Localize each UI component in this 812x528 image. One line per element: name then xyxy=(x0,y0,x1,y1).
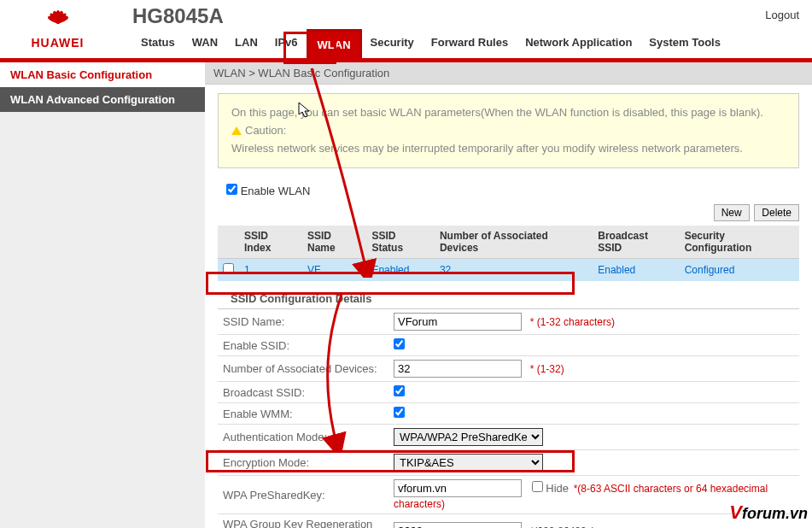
cell-security: Configured xyxy=(680,259,799,282)
encryption-select[interactable]: TKIP&AES xyxy=(394,454,543,472)
nav-item-forward-rules[interactable]: Forward Rules xyxy=(423,29,517,58)
delete-button[interactable]: Delete xyxy=(754,204,799,221)
info-line2: Wireless network services may be interru… xyxy=(231,140,786,158)
th-security: Security Configuration xyxy=(680,226,799,259)
section-title: SSID Configuration Details xyxy=(218,285,799,309)
th-index: SSID Index xyxy=(239,226,302,259)
caution-label: Caution: xyxy=(245,124,286,137)
nav-item-wlan[interactable]: WLAN xyxy=(307,29,362,58)
label-num-devices: Number of Associated Devices: xyxy=(218,356,388,382)
header: HUAWEI HG8045A Logout StatusWANLANIPv6WL… xyxy=(0,0,812,62)
auth-select[interactable]: WPA/WPA2 PreSharedKey xyxy=(394,428,543,446)
nav-item-system-tools[interactable]: System Tools xyxy=(640,29,729,58)
hide-label: Hide xyxy=(546,482,569,495)
sidebar: WLAN Basic Configuration WLAN Advanced C… xyxy=(0,62,205,528)
nav-item-lan[interactable]: LAN xyxy=(226,29,266,58)
info-line1: On this page, you can set basic WLAN par… xyxy=(231,104,786,122)
enable-wlan-label: Enable WLAN xyxy=(241,185,311,197)
table-header-row: SSID Index SSID Name SSID Status Number … xyxy=(218,226,799,259)
huawei-logo: HUAWEI xyxy=(9,3,107,55)
nav-item-status[interactable]: Status xyxy=(132,29,184,58)
nav-item-wan[interactable]: WAN xyxy=(184,29,226,58)
new-button[interactable]: New xyxy=(714,204,750,221)
cell-devices: 32 xyxy=(435,259,593,282)
nav-item-ipv6[interactable]: IPv6 xyxy=(266,29,307,58)
nav-item-security[interactable]: Security xyxy=(362,29,423,58)
sidebar-item-wlan-basic[interactable]: WLAN Basic Configuration xyxy=(0,62,205,87)
cell-name: VF xyxy=(302,259,366,282)
label-ssid-name: SSID Name: xyxy=(218,309,388,335)
th-name: SSID Name xyxy=(302,226,366,259)
main-panel: WLAN > WLAN Basic Configuration On this … xyxy=(205,62,812,528)
model-title: HG8045A xyxy=(132,4,224,28)
sidebar-item-wlan-advanced[interactable]: WLAN Advanced Configuration xyxy=(0,87,205,112)
cell-broadcast: Enabled xyxy=(593,259,679,282)
enable-wlan-checkbox[interactable] xyxy=(226,184,237,195)
label-auth: Authentication Mode: xyxy=(218,425,388,450)
config-form: SSID Name: * (1-32 characters) Enable SS… xyxy=(218,309,799,528)
hide-psk-checkbox[interactable] xyxy=(532,481,543,492)
label-psk: WPA PreSharedKey: xyxy=(218,476,388,514)
wmm-checkbox[interactable] xyxy=(394,407,405,418)
ssid-table: SSID Index SSID Name SSID Status Number … xyxy=(218,226,799,281)
breadcrumb: WLAN > WLAN Basic Configuration xyxy=(205,62,812,85)
enable-wlan-row: Enable WLAN xyxy=(205,177,812,204)
rekey-input[interactable] xyxy=(394,522,522,528)
hint-num-devices: * (1-32) xyxy=(530,363,564,375)
top-nav: StatusWANLANIPv6WLANSecurityForward Rule… xyxy=(132,29,729,58)
num-devices-input[interactable] xyxy=(394,360,522,378)
brand-text: HUAWEI xyxy=(32,36,85,50)
table-row[interactable]: 1 VF Enabled 32 Enabled Configured xyxy=(218,259,799,282)
watermark: VVforum.vnforum.vn xyxy=(729,502,808,524)
cell-index: 1 xyxy=(239,259,302,282)
label-wmm: Enable WMM: xyxy=(218,403,388,425)
logout-link[interactable]: Logout xyxy=(765,9,799,21)
row-checkbox[interactable] xyxy=(223,263,234,274)
enable-ssid-checkbox[interactable] xyxy=(394,338,405,349)
logo-icon xyxy=(41,9,75,34)
th-status: SSID Status xyxy=(366,226,435,259)
broadcast-checkbox[interactable] xyxy=(394,385,405,396)
ssid-name-input[interactable] xyxy=(394,313,522,331)
label-encryption: Encryption Mode: xyxy=(218,450,388,476)
info-box: On this page, you can set basic WLAN par… xyxy=(218,93,799,168)
label-enable-ssid: Enable SSID: xyxy=(218,335,388,356)
th-devices: Number of Associated Devices xyxy=(435,226,593,259)
warning-icon xyxy=(231,126,242,135)
label-rekey: WPA Group Key Regeneration Interval: xyxy=(218,514,388,528)
psk-input[interactable] xyxy=(394,479,522,497)
label-broadcast: Broadcast SSID: xyxy=(218,382,388,403)
cell-status: Enabled xyxy=(366,259,435,282)
th-broadcast: Broadcast SSID xyxy=(593,226,679,259)
nav-item-network-application[interactable]: Network Application xyxy=(517,29,640,58)
hint-ssid-name: * (1-32 characters) xyxy=(530,316,615,328)
